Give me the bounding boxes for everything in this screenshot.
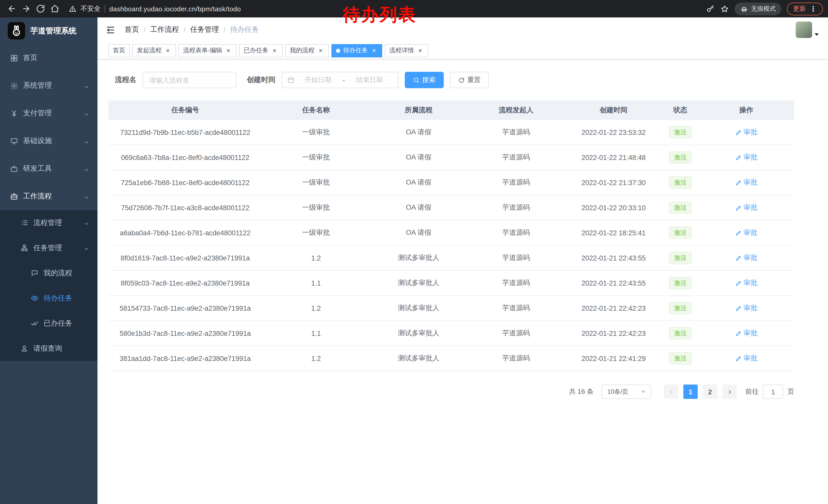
goto-page-input[interactable] [763, 384, 783, 399]
edit-icon [735, 154, 742, 161]
cell-initiator: 芋道源码 [467, 346, 565, 371]
menu-label: 首页 [23, 53, 37, 62]
cell-action: 审批 [698, 120, 794, 145]
chat-icon [31, 269, 38, 277]
app-logo[interactable]: 芋道管理系统 [0, 17, 97, 44]
table-body: 73211d9d-7b9b-11ec-b5b7-acde48001122一级审批… [108, 120, 794, 371]
home-icon[interactable] [48, 2, 61, 15]
sidebar-item-process-management[interactable]: 流程管理 [0, 210, 97, 235]
search-label: 搜索 [422, 75, 436, 85]
process-name-input[interactable] [142, 72, 237, 88]
cell-initiator: 芋道源码 [467, 296, 565, 320]
close-icon[interactable]: × [225, 47, 232, 54]
address-bar[interactable]: 不安全 dashboard.yudao.iocoder.cn/bpm/task/… [69, 4, 241, 13]
sidebar-item-done-tasks[interactable]: 已办任务 [0, 311, 97, 336]
sidebar-item-system[interactable]: 系统管理 [0, 72, 97, 99]
sidebar-item-leave-query[interactable]: 请假查询 [0, 336, 97, 361]
date-range-picker[interactable]: 开始日期 - 结束日期 [282, 72, 399, 88]
tab-item-3[interactable]: 已办任务× [239, 44, 283, 57]
approve-button[interactable]: 审批 [735, 153, 757, 162]
task-table: 任务编号任务名称所属流程流程发起人创建时间状态操作 73211d9d-7b9b-… [108, 100, 794, 371]
sidebar-item-payment[interactable]: 支付管理 [0, 99, 97, 127]
approve-label: 审批 [744, 153, 757, 162]
reset-button[interactable]: 重置 [450, 72, 489, 88]
menu-dots-icon[interactable]: ⋮ [810, 5, 817, 12]
menu-label: 系统管理 [23, 81, 52, 90]
chevron-down-icon [84, 138, 89, 144]
approve-button[interactable]: 审批 [735, 304, 757, 313]
sidebar-item-workflow[interactable]: 工作流程 [0, 183, 97, 210]
approve-button[interactable]: 审批 [735, 278, 757, 288]
column-header: 流程发起人 [467, 100, 565, 120]
sidebar-item-home[interactable]: 首页 [0, 44, 97, 72]
close-icon[interactable]: × [417, 47, 424, 54]
column-header: 创建时间 [565, 100, 662, 120]
tab-item-5[interactable]: 待办任务× [331, 44, 382, 57]
menu-label: 基础设施 [23, 136, 52, 146]
tab-item-6[interactable]: 流程详情× [385, 44, 428, 57]
cell-status: 激活 [662, 145, 698, 170]
chevron-up-icon [84, 245, 89, 251]
breadcrumb-item[interactable]: 首页 [125, 25, 139, 34]
column-header: 任务名称 [262, 100, 370, 120]
page-button-1[interactable]: 1 [683, 384, 698, 399]
cell-status: 激活 [662, 296, 698, 320]
bookmark-star-icon[interactable] [720, 4, 729, 13]
cell-status: 激活 [662, 195, 698, 220]
cell-status: 激活 [662, 120, 698, 145]
sidebar-item-infrastructure[interactable]: 基础设施 [0, 127, 97, 155]
reload-icon[interactable] [34, 2, 47, 15]
cell-task-name: 1.2 [262, 245, 370, 270]
user-menu[interactable] [796, 21, 819, 38]
sidebar-toggle-icon[interactable] [106, 25, 115, 35]
approve-button[interactable]: 审批 [735, 253, 757, 263]
edit-icon [735, 229, 742, 236]
tab-item-2[interactable]: 流程表单-编辑× [178, 44, 237, 57]
approve-button[interactable]: 审批 [735, 329, 757, 338]
back-icon[interactable] [5, 2, 18, 15]
close-icon[interactable]: × [370, 47, 378, 54]
cell-action: 审批 [698, 271, 794, 295]
tab-item-1[interactable]: 发起流程× [132, 44, 176, 57]
url-text[interactable]: dashboard.yudao.iocoder.cn/bpm/task/todo [109, 5, 241, 12]
security-label: 不安全 [81, 4, 100, 13]
close-icon[interactable]: × [164, 47, 171, 54]
approve-button[interactable]: 审批 [735, 354, 757, 363]
incognito-badge: 无痕模式 [735, 2, 781, 15]
cell-initiator: 芋道源码 [467, 145, 565, 170]
breadcrumb-item[interactable]: 任务管理 [190, 25, 219, 34]
update-button[interactable]: 更新 ⋮ [787, 2, 823, 15]
tab-item-4[interactable]: 我的流程× [285, 44, 329, 57]
prev-page-button[interactable] [664, 384, 678, 399]
sidebar-item-todo-tasks[interactable]: 待办任务 [0, 286, 97, 311]
search-icon [413, 77, 420, 83]
page-size-select[interactable]: 10条/页 [602, 384, 651, 399]
next-page-button[interactable] [722, 384, 737, 399]
forward-icon[interactable] [19, 2, 33, 15]
approve-button[interactable]: 审批 [735, 128, 757, 137]
column-header: 状态 [662, 100, 698, 120]
cell-initiator: 芋道源码 [467, 195, 565, 220]
cell-created: 2022-01-21 22:43:55 [565, 271, 662, 295]
breadcrumb-item[interactable]: 工作流程 [150, 25, 179, 34]
cell-created: 2022-01-21 22:42:23 [565, 321, 662, 346]
close-icon[interactable]: × [317, 47, 324, 54]
avatar[interactable] [796, 21, 812, 38]
sidebar-item-my-process[interactable]: 我的流程 [0, 261, 97, 286]
sidebar-menu: 首页系统管理支付管理基础设施研发工具工作流程流程管理任务管理我的流程待办任务已办… [0, 44, 97, 361]
goto-label: 前往 [745, 387, 759, 396]
close-icon[interactable]: × [271, 47, 278, 54]
infra-icon [10, 137, 18, 145]
sidebar-item-task-management[interactable]: 任务管理 [0, 235, 97, 261]
search-button[interactable]: 搜索 [405, 72, 444, 88]
edit-icon [735, 255, 742, 261]
approve-button[interactable]: 审批 [735, 203, 757, 212]
approve-button[interactable]: 审批 [735, 228, 757, 237]
password-key-icon[interactable] [706, 4, 715, 13]
tab-item-0[interactable]: 首页 [108, 44, 130, 57]
cell-process: OA 请假 [370, 221, 467, 245]
sidebar-item-devtools[interactable]: 研发工具 [0, 155, 97, 183]
cell-status: 激活 [662, 321, 698, 346]
page-button-2[interactable]: 2 [703, 384, 717, 399]
approve-button[interactable]: 审批 [735, 178, 757, 187]
